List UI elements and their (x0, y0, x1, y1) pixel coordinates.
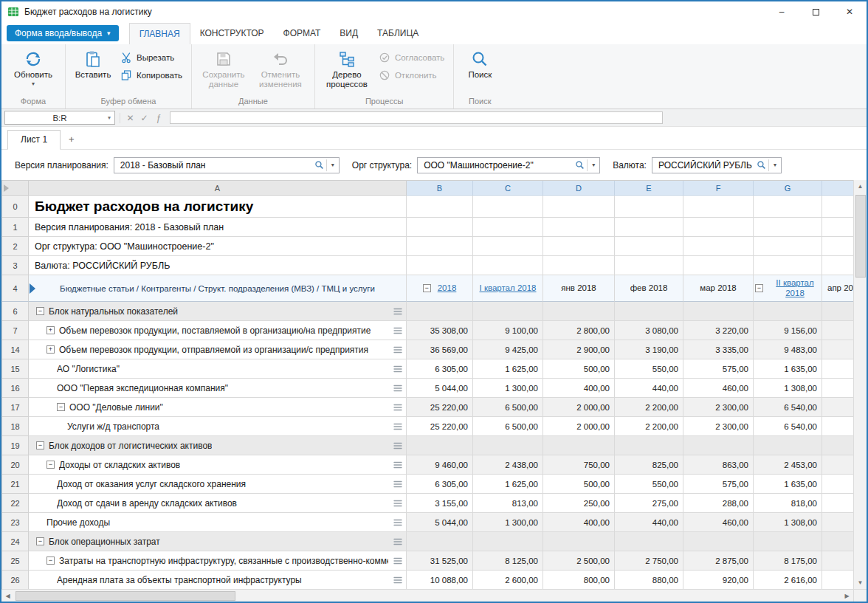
row-filter-icon[interactable] (393, 442, 402, 449)
cell[interactable]: 818,00 (754, 494, 822, 513)
cell[interactable]: 2 200,00 (615, 417, 683, 436)
row-header[interactable]: 24 (2, 532, 29, 551)
tab-constructor[interactable]: КОНСТРУКТОР (190, 23, 274, 44)
cell[interactable]: 400,00 (543, 379, 615, 398)
row-label-cell[interactable]: −Блок операционных затрат (29, 532, 407, 551)
cell[interactable]: 6 540,00 (754, 417, 822, 436)
scrollbar-thumb[interactable] (16, 591, 235, 601)
cell[interactable] (822, 321, 853, 340)
cell[interactable]: 550,00 (615, 475, 683, 494)
cell[interactable] (473, 256, 543, 275)
cell[interactable]: 500,00 (543, 475, 615, 494)
row-header[interactable]: 2 (2, 237, 29, 256)
cell[interactable]: 2 300,00 (683, 417, 754, 436)
cell[interactable]: 9 460,00 (407, 455, 473, 475)
cell[interactable]: 2 500,00 (543, 551, 615, 571)
cell[interactable]: 9 483,00 (754, 340, 822, 359)
cell[interactable]: 1 300,00 (473, 379, 543, 398)
cell[interactable] (615, 256, 683, 275)
cell[interactable] (615, 218, 683, 237)
cell[interactable] (615, 302, 683, 321)
cell[interactable] (822, 436, 853, 455)
period-link[interactable]: 2018 (438, 283, 457, 293)
vertical-scrollbar[interactable]: ▲ ▼ (853, 180, 867, 589)
cell[interactable] (754, 256, 822, 275)
row-label-cell[interactable]: −ООО "Деловые линии" (29, 398, 407, 417)
cell[interactable] (822, 196, 853, 218)
row-filter-icon[interactable] (393, 519, 402, 526)
row-label-cell[interactable]: Услуги ж/д транспорта (29, 417, 407, 436)
report-info-cell[interactable]: Версия планирования: 2018 - Базовый план (29, 218, 407, 237)
row-header[interactable]: 22 (2, 494, 29, 513)
cell[interactable] (822, 417, 853, 436)
period-header-cell[interactable]: фев 2018 (615, 275, 683, 302)
close-button[interactable]: ✕ (833, 1, 867, 22)
row-filter-icon[interactable] (393, 480, 402, 488)
report-info-cell[interactable]: Валюта: РОССИЙСКИЙ РУБЛЬ (29, 256, 407, 275)
cell[interactable] (473, 532, 543, 551)
search-button[interactable]: Поиск (458, 46, 501, 80)
row-label-cell[interactable]: −Затраты на транспортную инфраструктуру,… (29, 551, 407, 571)
period-link[interactable]: II квартал 2018 (770, 278, 820, 297)
formula-input[interactable] (170, 111, 663, 124)
row-header[interactable]: 17 (2, 398, 29, 417)
cell[interactable] (543, 256, 615, 275)
cell[interactable]: 880,00 (615, 571, 683, 589)
cell[interactable]: 2 300,00 (683, 398, 754, 417)
cell[interactable]: 2 453,00 (754, 455, 822, 475)
cell[interactable] (754, 218, 822, 237)
col-header-F[interactable]: F (683, 181, 754, 196)
cell[interactable]: 1 635,00 (754, 359, 822, 379)
row-label-cell[interactable]: ООО "Первая экспедиционная компания" (29, 379, 407, 398)
row-filter-icon[interactable] (393, 385, 402, 392)
row-header[interactable]: 1 (2, 218, 29, 237)
row-filter-icon[interactable] (393, 423, 402, 430)
cell[interactable]: 1 308,00 (754, 513, 822, 532)
cell[interactable]: 460,00 (683, 379, 754, 398)
cell[interactable] (473, 237, 543, 256)
cell[interactable]: 3 190,00 (615, 340, 683, 359)
cell[interactable] (615, 196, 683, 218)
cell[interactable]: 250,00 (543, 494, 615, 513)
cell[interactable] (683, 532, 754, 551)
scrollbar-thumb[interactable] (855, 195, 866, 278)
collapse-icon[interactable]: − (46, 557, 55, 565)
cell[interactable]: 2 438,00 (473, 455, 543, 475)
cell[interactable] (473, 436, 543, 455)
row-filter-icon[interactable] (393, 461, 402, 469)
period-header-cell[interactable]: I квартал 2018 (473, 275, 543, 302)
search-icon[interactable] (573, 160, 587, 170)
cell[interactable] (407, 436, 473, 455)
row-label-cell[interactable]: −Блок натуральных показателей (29, 302, 407, 321)
cell[interactable]: 1 625,00 (473, 475, 543, 494)
collapse-icon[interactable]: − (36, 537, 44, 545)
cell[interactable]: 5 044,00 (407, 379, 473, 398)
row-filter-icon[interactable] (393, 538, 402, 545)
cell[interactable] (615, 532, 683, 551)
cell[interactable] (822, 551, 853, 571)
tab-view[interactable]: ВИД (330, 23, 368, 44)
row-header[interactable]: 4 (2, 275, 29, 302)
cell[interactable] (822, 237, 853, 256)
cell[interactable] (822, 398, 853, 417)
cell[interactable] (543, 196, 615, 218)
cell[interactable] (407, 237, 473, 256)
cell[interactable]: 1 635,00 (754, 475, 822, 494)
cell[interactable] (822, 218, 853, 237)
cell[interactable] (683, 237, 754, 256)
row-header[interactable]: 19 (2, 436, 29, 455)
cell[interactable] (822, 455, 853, 475)
row-header[interactable]: 15 (2, 359, 29, 379)
cell[interactable]: 3 155,00 (407, 494, 473, 513)
cell[interactable]: 6 500,00 (473, 398, 543, 417)
collapse-icon[interactable]: − (36, 307, 44, 315)
cell[interactable]: 2 200,00 (615, 398, 683, 417)
cell[interactable]: 1 308,00 (754, 379, 822, 398)
cell[interactable]: 550,00 (615, 359, 683, 379)
period-header-cell[interactable]: янв 2018 (543, 275, 615, 302)
cell[interactable]: 6 500,00 (473, 417, 543, 436)
collapse-icon[interactable]: − (46, 461, 55, 469)
cell[interactable]: 288,00 (683, 494, 754, 513)
add-sheet-button[interactable]: + (61, 130, 83, 149)
cell[interactable]: 8 125,00 (473, 551, 543, 571)
